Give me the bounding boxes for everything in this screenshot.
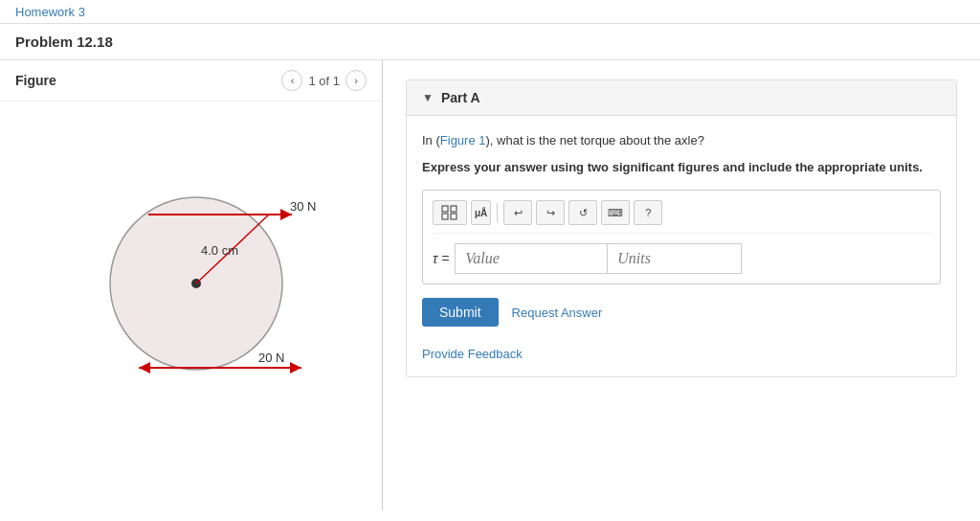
- figure-nav: ‹ 1 of 1 ›: [281, 70, 367, 91]
- units-button[interactable]: μÅ: [471, 200, 491, 225]
- submit-button[interactable]: Submit: [422, 298, 499, 327]
- figure-link[interactable]: Figure 1: [440, 133, 486, 147]
- figure-canvas: 4.0 cm 30 N 20 N: [0, 102, 382, 427]
- part-header: ▼ Part A: [407, 80, 956, 116]
- undo-button[interactable]: ↩: [503, 200, 532, 225]
- right-panel: ▼ Part A In (Figure 1), what is the net …: [383, 60, 980, 510]
- provide-feedback-link[interactable]: Provide Feedback: [422, 347, 523, 361]
- instruction-text: Express your answer using two significan…: [422, 158, 941, 177]
- reset-button[interactable]: ↺: [568, 200, 597, 225]
- svg-marker-8: [290, 362, 301, 374]
- svg-rect-15: [451, 214, 457, 219]
- part-section: ▼ Part A In (Figure 1), what is the net …: [406, 79, 957, 377]
- value-input[interactable]: [455, 243, 608, 274]
- figure-page-label: 1 of 1: [308, 74, 340, 88]
- toolbar: μÅ ↩ ↪ ↺ ⌨ ?: [433, 200, 930, 234]
- part-body: In (Figure 1), what is the net torque ab…: [407, 116, 956, 376]
- svg-text:20 N: 20 N: [258, 351, 284, 365]
- request-answer-link[interactable]: Request Answer: [512, 306, 603, 320]
- tau-label: τ =: [433, 251, 449, 266]
- matrix-icon-button[interactable]: [433, 200, 467, 225]
- action-row: Submit Request Answer: [422, 298, 941, 327]
- svg-text:30 N: 30 N: [290, 199, 316, 214]
- toolbar-separator: [497, 203, 498, 222]
- figure-prev-button[interactable]: ‹: [281, 70, 302, 91]
- figure-title: Figure: [15, 73, 56, 88]
- answer-box: μÅ ↩ ↪ ↺ ⌨ ? τ =: [422, 190, 941, 284]
- svg-rect-13: [451, 206, 457, 212]
- svg-marker-11: [139, 362, 150, 374]
- part-collapse-icon[interactable]: ▼: [422, 91, 434, 104]
- svg-rect-12: [442, 206, 448, 212]
- left-panel: Figure ‹ 1 of 1 ›: [0, 60, 383, 510]
- figure-next-button[interactable]: ›: [345, 70, 367, 91]
- svg-rect-14: [442, 214, 448, 219]
- part-title: Part A: [441, 90, 480, 105]
- figure-diagram: 4.0 cm 30 N 20 N: [62, 121, 349, 408]
- feedback-section: Provide Feedback: [422, 346, 941, 361]
- svg-text:4.0 cm: 4.0 cm: [201, 243, 238, 258]
- problem-title: Problem 12.18: [15, 34, 113, 50]
- input-row: τ =: [433, 243, 930, 274]
- keyboard-button[interactable]: ⌨: [601, 200, 630, 225]
- units-input[interactable]: [608, 243, 742, 274]
- question-text: In (Figure 1), what is the net torque ab…: [422, 131, 941, 150]
- breadcrumb-link[interactable]: Homework 3: [15, 5, 85, 19]
- redo-button[interactable]: ↪: [536, 200, 565, 225]
- help-button[interactable]: ?: [634, 200, 662, 225]
